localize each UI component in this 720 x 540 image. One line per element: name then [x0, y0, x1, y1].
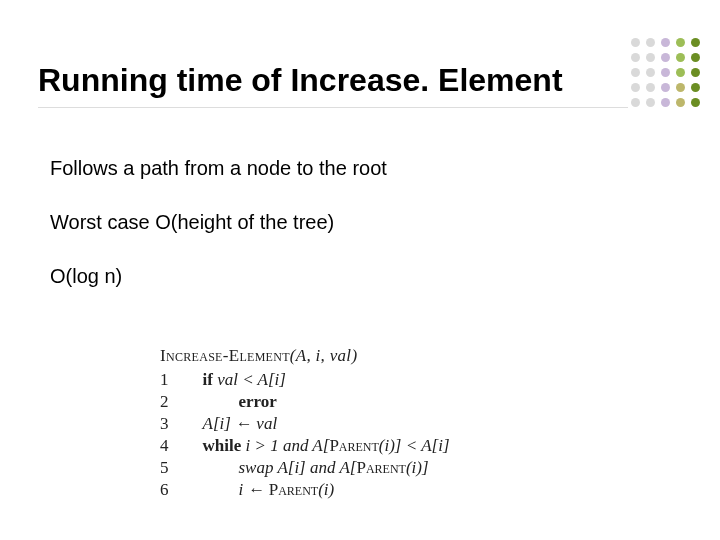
ln-6: 6: [160, 480, 169, 502]
ln-1: 1: [160, 370, 169, 392]
ln-3: 3: [160, 414, 169, 436]
proc-args: (A, i, val): [290, 346, 358, 365]
code-line-4: while i > 1 and A[Parent(i)] < A[i]: [183, 436, 450, 458]
proc-name: Increase-Element: [160, 346, 290, 365]
ln-5: 5: [160, 458, 169, 480]
decorative-dots: [631, 38, 700, 107]
procedure-header: Increase-Element(A, i, val): [160, 346, 450, 366]
code-lines: if val < A[i] error A[i] ← val while i >…: [183, 370, 450, 502]
ln-2: 2: [160, 392, 169, 414]
bullet-3: O(log n): [50, 263, 650, 289]
code-line-2: error: [183, 392, 450, 414]
code-line-1: if val < A[i]: [183, 370, 450, 392]
ln-4: 4: [160, 436, 169, 458]
pseudocode-block: Increase-Element(A, i, val) 1 2 3 4 5 6 …: [160, 346, 450, 502]
slide: Running time of Increase. Element Follow…: [0, 0, 720, 540]
slide-title: Running time of Increase. Element: [38, 62, 628, 108]
code-line-6: i ← Parent(i): [183, 480, 450, 502]
code-line-3: A[i] ← val: [183, 414, 450, 436]
bullet-1: Follows a path from a node to the root: [50, 155, 650, 181]
code-line-5: swap A[i] and A[Parent(i)]: [183, 458, 450, 480]
line-numbers: 1 2 3 4 5 6: [160, 370, 169, 502]
bullet-2: Worst case O(height of the tree): [50, 209, 650, 235]
body-text: Follows a path from a node to the root W…: [50, 155, 650, 317]
